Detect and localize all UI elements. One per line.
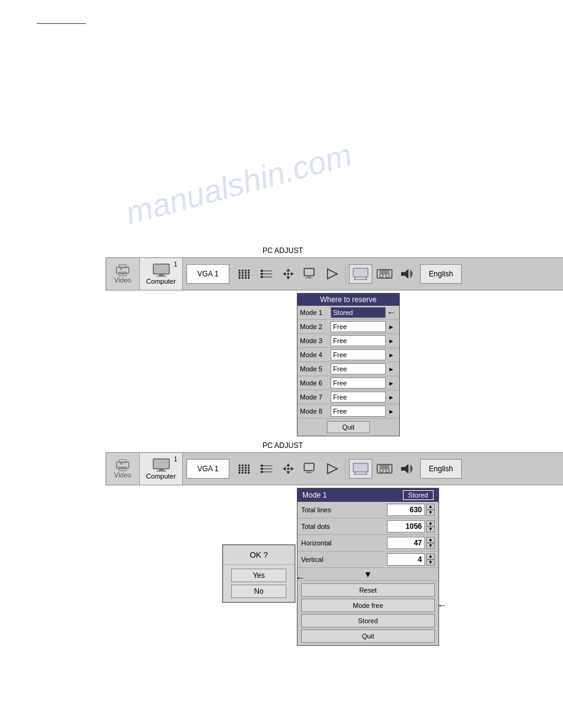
mode-3-label: Mode 3	[300, 337, 331, 344]
move-icon-1[interactable]	[277, 264, 299, 284]
grid-icon-1[interactable]	[233, 264, 255, 284]
mode1-action-buttons: Reset Mode free ← Stored Quit	[297, 581, 439, 645]
total-lines-row: Total lines 630 ▲ ▼	[297, 502, 439, 518]
english-label-1: English	[429, 270, 453, 278]
yes-arrow: ←	[296, 572, 305, 583]
vga-label-2: VGA 1	[197, 464, 219, 473]
svg-point-46	[261, 464, 263, 467]
svg-rect-7	[159, 274, 164, 276]
mode-8-row[interactable]: Mode 8 Free ►	[297, 404, 399, 419]
computer-tab-1[interactable]: 1 Computer	[140, 258, 183, 290]
svg-marker-49	[286, 463, 290, 466]
svg-rect-4	[120, 268, 122, 270]
vertical-label: Vertical	[301, 556, 387, 563]
screen-icon-1[interactable]	[321, 264, 343, 284]
mode-free-button[interactable]: Mode free	[301, 599, 435, 612]
mode-2-arrow[interactable]: ►	[386, 321, 397, 332]
screen-icon-2[interactable]	[321, 458, 343, 479]
mode-6-label: Mode 6	[300, 379, 331, 387]
grid-icon-2[interactable]	[233, 458, 255, 479]
total-dots-spinner[interactable]: ▲ ▼	[426, 520, 435, 533]
mode-1-arrow[interactable]: ←	[386, 307, 397, 318]
pc-icon-1[interactable]	[299, 264, 321, 284]
mode-4-value: Free	[331, 349, 386, 360]
quit-button-1[interactable]: Quit	[327, 421, 370, 433]
mode-6-arrow[interactable]: ►	[386, 377, 397, 389]
speaker-icon-2[interactable]	[396, 458, 418, 479]
vga-button-1[interactable]: VGA 1	[186, 264, 229, 284]
total-lines-up[interactable]: ▲	[426, 504, 435, 510]
yes-button[interactable]: Yes	[231, 569, 286, 582]
vertical-value: 4	[387, 553, 425, 566]
svg-line-27	[366, 277, 367, 279]
mode-3-arrow[interactable]: ►	[386, 335, 397, 346]
mode-4-row[interactable]: Mode 4 Free ►	[297, 348, 399, 362]
mode-8-value: Free	[331, 406, 386, 417]
mode-7-value: Free	[331, 392, 386, 403]
mode-3-row[interactable]: Mode 3 Free ►	[297, 334, 399, 348]
english-button-2[interactable]: English	[420, 459, 462, 479]
horizontal-row: Horizontal 47 ▲ ▼	[297, 535, 439, 552]
total-dots-up[interactable]: ▲	[426, 520, 435, 526]
svg-rect-22	[307, 276, 310, 278]
speaker-icon-1[interactable]	[396, 264, 418, 284]
pc-adjust-label-2: PC ADJUST	[262, 441, 303, 450]
svg-rect-57	[305, 472, 312, 473]
english-button-1[interactable]: English	[420, 264, 462, 284]
vertical-spinner[interactable]: ▲ ▼	[426, 553, 435, 566]
computer-tab-label-1: Computer	[146, 278, 175, 285]
total-lines-down[interactable]: ▼	[426, 510, 435, 516]
stored-button[interactable]: Stored	[301, 614, 435, 628]
move-icon-2[interactable]	[277, 458, 299, 479]
svg-rect-55	[305, 464, 313, 470]
video-tab-1[interactable]: Video	[106, 258, 140, 290]
separator-1	[345, 263, 346, 285]
mode-8-arrow[interactable]: ►	[386, 406, 397, 417]
more-down-arrow[interactable]: ▼	[364, 569, 372, 579]
mode-5-label: Mode 5	[300, 365, 331, 373]
pc-adjust-label-1: PC ADJUST	[262, 246, 303, 255]
dots-icon-2[interactable]	[255, 458, 277, 479]
mode-1-row[interactable]: Mode 1 Stored ←	[297, 306, 399, 320]
mode-5-arrow[interactable]: ►	[386, 363, 397, 374]
total-dots-down[interactable]: ▼	[426, 526, 435, 533]
where-reserve-quit[interactable]: Quit	[297, 419, 399, 436]
svg-rect-56	[307, 471, 310, 472]
mode-5-row[interactable]: Mode 5 Free ►	[297, 362, 399, 376]
dots-icon-1[interactable]	[255, 264, 277, 284]
display-btn-2[interactable]	[349, 459, 372, 479]
vga-button-2[interactable]: VGA 1	[186, 459, 229, 479]
video-tab-label-2: Video	[114, 471, 131, 479]
video-source-icon-2[interactable]	[373, 458, 396, 479]
total-lines-value: 630	[387, 504, 425, 516]
horizontal-down[interactable]: ▼	[426, 543, 435, 549]
video-source-icon-1[interactable]	[373, 264, 396, 284]
vertical-down[interactable]: ▼	[426, 559, 435, 566]
horizontal-spinner[interactable]: ▲ ▼	[426, 537, 435, 549]
svg-rect-37	[120, 468, 125, 469]
svg-point-12	[261, 270, 263, 272]
video-tab-2[interactable]: Video	[106, 453, 140, 485]
video-tab-label-1: Video	[114, 276, 131, 284]
total-lines-spinner[interactable]: ▲ ▼	[426, 504, 435, 516]
mode-7-row[interactable]: Mode 7 Free ►	[297, 390, 399, 404]
reset-button[interactable]: Reset	[301, 583, 435, 597]
mode-1-value: Stored	[331, 307, 386, 318]
mode-2-row[interactable]: Mode 2 Free ►	[297, 320, 399, 334]
no-button[interactable]: No	[231, 585, 286, 598]
vertical-up[interactable]: ▲	[426, 553, 435, 559]
svg-point-19	[287, 273, 289, 275]
computer-tab-2[interactable]: 1 Computer	[140, 453, 183, 485]
mode-6-value: Free	[331, 377, 386, 389]
mode-7-arrow[interactable]: ►	[386, 392, 397, 403]
quit-button-2[interactable]: Quit	[301, 629, 435, 643]
pc-icon-2[interactable]	[299, 458, 321, 479]
mode-6-row[interactable]: Mode 6 Free ►	[297, 376, 399, 390]
mode-2-value: Free	[331, 321, 386, 332]
horizontal-up[interactable]: ▲	[426, 537, 435, 543]
more-row[interactable]: ▼	[297, 568, 439, 581]
mode-4-arrow[interactable]: ►	[386, 349, 397, 360]
total-dots-label: Total dots	[301, 523, 387, 530]
total-lines-label: Total lines	[301, 506, 387, 514]
display-btn-1[interactable]	[349, 264, 372, 284]
